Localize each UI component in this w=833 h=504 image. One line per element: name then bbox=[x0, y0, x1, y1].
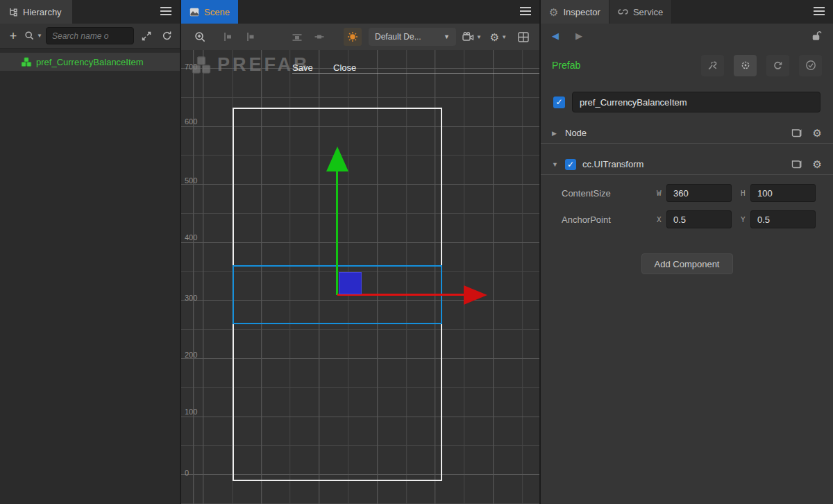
unlock-icon[interactable] bbox=[811, 31, 822, 41]
create-node-button[interactable]: + bbox=[6, 28, 21, 44]
refresh-icon bbox=[162, 31, 172, 41]
hierarchy-menu-icon[interactable] bbox=[160, 7, 171, 16]
h-key-label: H bbox=[741, 189, 750, 198]
tab-service[interactable]: Service bbox=[609, 0, 672, 24]
prefab-row: Prefab bbox=[541, 54, 833, 76]
w-key-label: W bbox=[657, 189, 666, 198]
align-v-center-button[interactable] bbox=[310, 28, 328, 46]
close-button[interactable]: Close bbox=[333, 62, 356, 73]
align-left-button[interactable] bbox=[219, 28, 237, 46]
scene-image-icon bbox=[190, 8, 199, 17]
locate-prefab-asset-button[interactable] bbox=[734, 55, 757, 76]
prefab-badge: Prefab bbox=[552, 60, 580, 71]
tab-inspector[interactable]: ⚙ Inspector bbox=[541, 0, 609, 24]
ruler-label: 500 bbox=[185, 176, 197, 185]
zoom-in-icon bbox=[194, 31, 206, 43]
hierarchy-tree-icon bbox=[8, 7, 18, 17]
scene-settings-button[interactable]: ⚙ ▼ bbox=[489, 28, 507, 46]
prefab-watermark-cubes-icon bbox=[191, 56, 212, 75]
hierarchy-tabbar: Hierarchy bbox=[0, 0, 180, 24]
chevron-down-icon: ▼ bbox=[476, 34, 482, 40]
uitransform-enabled-checkbox[interactable]: ✓ bbox=[565, 159, 576, 170]
help-book-icon[interactable] bbox=[791, 128, 802, 137]
zoom-tool-button[interactable] bbox=[191, 28, 209, 46]
anchor-point-label: AnchorPoint bbox=[562, 215, 657, 225]
content-size-h-input[interactable] bbox=[750, 184, 816, 202]
chevron-down-icon: ▼ bbox=[37, 33, 42, 39]
search-filter-button[interactable]: ▼ bbox=[26, 28, 41, 44]
ruler-label: 100 bbox=[185, 408, 197, 416]
align-top-icon bbox=[292, 32, 303, 42]
gizmo-xy-plane-handle[interactable] bbox=[339, 272, 362, 294]
inspector-gear-icon: ⚙ bbox=[549, 7, 558, 17]
expand-all-button[interactable] bbox=[139, 28, 154, 44]
expand-icon bbox=[142, 31, 151, 41]
plus-icon: + bbox=[10, 30, 17, 42]
tab-hierarchy[interactable]: Hierarchy bbox=[0, 0, 72, 24]
gizmo-mode-dropdown[interactable]: Default De... ▼ bbox=[369, 28, 456, 46]
scene-panel: Scene bbox=[181, 0, 539, 504]
gizmo-y-axis-arrowhead[interactable] bbox=[326, 146, 348, 171]
layout-grid-button[interactable] bbox=[514, 28, 532, 46]
gear-icon: ⚙ bbox=[490, 32, 499, 42]
service-tab-label: Service bbox=[633, 7, 663, 17]
check-circle-icon bbox=[805, 60, 816, 71]
reset-prefab-button[interactable] bbox=[766, 55, 789, 76]
chevron-down-icon: ▼ bbox=[552, 161, 559, 168]
gear-icon[interactable]: ⚙ bbox=[813, 128, 822, 138]
unlink-icon bbox=[707, 60, 718, 71]
add-component-button[interactable]: Add Component bbox=[641, 253, 733, 274]
scene-menu-icon[interactable] bbox=[520, 7, 531, 16]
help-book-icon[interactable] bbox=[791, 160, 802, 169]
align-h-center-button[interactable] bbox=[241, 28, 259, 46]
service-link-icon bbox=[618, 8, 628, 15]
ruler-label: 300 bbox=[185, 294, 197, 302]
y-key-label: Y bbox=[741, 215, 750, 224]
inspector-tab-label: Inspector bbox=[563, 7, 600, 17]
align-h-center-icon bbox=[245, 32, 255, 42]
gear-icon[interactable]: ⚙ bbox=[813, 159, 822, 169]
camera-view-button[interactable]: ▼ bbox=[463, 28, 481, 46]
scene-toolbar: Default De... ▼ ▼ ⚙ ▼ bbox=[181, 24, 539, 50]
node-section-header[interactable]: ▶ Node ⚙ bbox=[541, 123, 833, 144]
unlink-prefab-button[interactable] bbox=[701, 55, 724, 76]
anchor-point-y-input[interactable] bbox=[750, 210, 816, 228]
locate-target-icon bbox=[740, 60, 751, 71]
chevron-down-icon: ▼ bbox=[444, 33, 450, 40]
light-sun-icon bbox=[347, 31, 358, 42]
scene-tabbar: Scene bbox=[181, 0, 539, 24]
anchor-point-row: AnchorPoint X Y bbox=[541, 210, 833, 229]
prefab-header-underline bbox=[292, 73, 539, 74]
save-button[interactable]: Save bbox=[292, 62, 313, 73]
ruler-label: 400 bbox=[185, 233, 197, 242]
anchor-point-x-input[interactable] bbox=[666, 210, 732, 228]
content-size-label: ContentSize bbox=[562, 188, 657, 199]
refresh-icon bbox=[773, 60, 783, 71]
apply-prefab-button[interactable] bbox=[799, 55, 822, 76]
scene-canvas[interactable]: 700 600 500 400 300 200 100 0 PREFAB Sav… bbox=[181, 50, 539, 504]
inspector-navrow: ◀ ▶ bbox=[541, 24, 833, 47]
search-input[interactable] bbox=[46, 27, 134, 44]
node-name-input[interactable] bbox=[572, 92, 821, 112]
align-top-button[interactable] bbox=[288, 28, 306, 46]
node-active-checkbox[interactable]: ✓ bbox=[553, 96, 565, 108]
content-size-w-input[interactable] bbox=[666, 184, 732, 202]
chevron-right-icon: ▶ bbox=[552, 130, 559, 137]
inspector-tabbar: ⚙ Inspector Service bbox=[541, 0, 833, 24]
gizmo-x-axis-arrowhead[interactable] bbox=[464, 285, 487, 305]
ruler-label: 0 bbox=[185, 469, 189, 477]
hierarchy-toolbar: + ▼ bbox=[0, 24, 180, 49]
history-forward-button[interactable]: ▶ bbox=[575, 31, 582, 41]
tab-scene[interactable]: Scene bbox=[181, 0, 238, 24]
search-icon bbox=[24, 31, 35, 41]
gizmo-y-axis[interactable] bbox=[336, 171, 338, 295]
tree-item-prefab-root[interactable]: pref_CurrencyBalanceItem bbox=[0, 53, 180, 71]
refresh-button[interactable] bbox=[159, 28, 174, 44]
uitransform-section-header[interactable]: ▼ ✓ cc.UITransform ⚙ bbox=[541, 154, 833, 175]
hierarchy-tab-label: Hierarchy bbox=[23, 7, 62, 17]
inspector-menu-icon[interactable] bbox=[814, 7, 825, 16]
check-icon: ✓ bbox=[555, 97, 562, 107]
prefab-cubes-icon bbox=[21, 57, 32, 67]
history-back-button[interactable]: ◀ bbox=[552, 31, 559, 41]
scene-light-button[interactable] bbox=[344, 28, 362, 46]
